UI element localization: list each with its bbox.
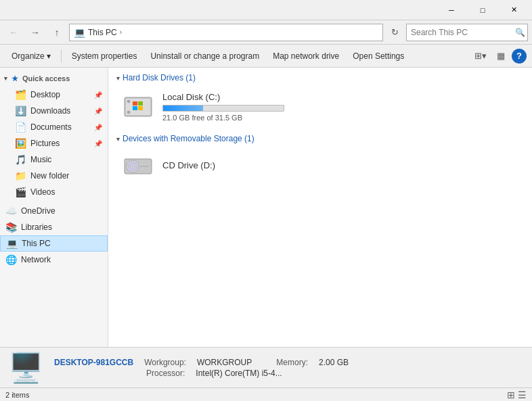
toolbar: Organize ▾ System properties Uninstall o… — [0, 45, 532, 68]
removable-section-title[interactable]: ▾ Devices with Removable Storage (1) — [116, 134, 524, 143]
sidebar-item-label: Libraries — [21, 222, 52, 232]
downloads-icon: ⬇️ — [15, 105, 26, 116]
minimize-button[interactable]: ─ — [436, 0, 467, 20]
up-button[interactable]: ↑ — [47, 24, 66, 41]
pin-icon: 📌 — [94, 140, 102, 147]
sidebar-item-label: Music — [30, 155, 51, 164]
open-settings-button[interactable]: Open Settings — [347, 47, 410, 65]
libraries-icon: 📚 — [5, 222, 17, 233]
sidebar-item-label: Network — [21, 255, 51, 264]
status-bottom: 2 items ⊞ ☰ — [0, 387, 532, 401]
hdd-section-label: Hard Disk Drives (1) — [123, 73, 196, 82]
details-view-icon[interactable]: ☰ — [518, 390, 527, 400]
hdd-icon — [122, 93, 154, 120]
sidebar-item-label: Desktop — [30, 90, 60, 99]
computer-image: 🖥️ — [8, 354, 43, 382]
organize-button[interactable]: Organize ▾ — [5, 47, 57, 65]
path-chevron: › — [120, 28, 122, 36]
svg-point-3 — [127, 111, 130, 114]
quick-access-header[interactable]: ▾ ★ Quick access — [0, 70, 108, 87]
sidebar-item-label: OneDrive — [21, 206, 56, 216]
sidebar-item-label: Pictures — [30, 139, 60, 148]
sidebar-item-label: This PC — [22, 239, 51, 248]
view-button[interactable]: ⊞ ▾ — [471, 47, 490, 65]
network-icon: 🌐 — [5, 254, 17, 265]
sidebar-item-desktop[interactable]: 🗂️ Desktop 📌 — [0, 87, 108, 103]
removable-section-chevron: ▾ — [116, 135, 120, 143]
onedrive-icon: ☁️ — [5, 206, 17, 216]
sidebar-item-onedrive[interactable]: ☁️ OneDrive — [0, 203, 108, 219]
status-row-2: Processor: Intel(R) Core(TM) i5-4... — [54, 369, 349, 378]
search-input[interactable] — [411, 28, 512, 37]
items-count: 2 items — [5, 391, 29, 399]
uninstall-button[interactable]: Uninstall or change a program — [144, 47, 265, 65]
system-properties-button[interactable]: System properties — [66, 47, 143, 65]
main-area: ▾ ★ Quick access 🗂️ Desktop 📌 ⬇️ Downloa… — [0, 68, 532, 347]
close-button[interactable]: ✕ — [498, 0, 529, 20]
disk-progress-fill — [163, 105, 203, 111]
folder-icon: 📁 — [15, 170, 26, 181]
svg-rect-7 — [138, 106, 143, 110]
pin-icon: 📌 — [94, 91, 102, 99]
sidebar-item-thispc[interactable]: 💻 This PC — [0, 235, 108, 252]
processor-value: Intel(R) Core(TM) i5-4... — [196, 369, 282, 378]
cd-icon — [122, 153, 154, 180]
cd-drive-item[interactable]: CD Drive (D:) — [116, 149, 524, 184]
toolbar-separator — [61, 49, 62, 63]
map-network-button[interactable]: Map network drive — [267, 47, 345, 65]
thispc-icon: 💻 — [6, 238, 18, 249]
memory-value: 2.00 GB — [319, 358, 349, 367]
search-box: 🔍 — [406, 24, 528, 41]
content-area: ▾ Hard Disk Drives (1) — [108, 68, 532, 347]
processor-label: Processor: — [146, 369, 185, 378]
pin-icon: 📌 — [94, 108, 102, 115]
status-info: DESKTOP-981GCCB Workgroup: WORKGROUP Mem… — [54, 358, 349, 378]
address-path[interactable]: 💻 This PC › — [69, 24, 383, 41]
quick-access-star-icon: ★ — [12, 74, 18, 83]
sidebar-item-network[interactable]: 🌐 Network — [0, 252, 108, 268]
desktop-icon: 🗂️ — [15, 89, 26, 100]
forward-button[interactable]: → — [26, 24, 45, 41]
sidebar-item-label: Videos — [30, 187, 55, 197]
hdd-section-title[interactable]: ▾ Hard Disk Drives (1) — [116, 73, 524, 82]
svg-point-12 — [132, 166, 134, 168]
local-disk-space: 21.0 GB free of 31.5 GB — [162, 114, 518, 122]
pictures-icon: 🖼️ — [15, 138, 26, 149]
svg-rect-5 — [138, 101, 143, 105]
view-icon: ⊞ — [474, 51, 482, 61]
pane-button[interactable]: ▦ — [491, 47, 510, 65]
svg-rect-6 — [133, 106, 137, 110]
help-button[interactable]: ? — [512, 49, 527, 64]
quick-access-chevron: ▾ — [4, 75, 7, 82]
quick-access-label: Quick access — [22, 74, 70, 82]
sidebar-item-downloads[interactable]: ⬇️ Downloads 📌 — [0, 103, 108, 119]
path-icon: 💻 — [74, 27, 85, 38]
large-icons-view-icon[interactable]: ⊞ — [507, 390, 515, 400]
sidebar-item-libraries[interactable]: 📚 Libraries — [0, 219, 108, 235]
local-disk-item[interactable]: Local Disk (C:) 21.0 GB free of 31.5 GB — [116, 88, 524, 126]
removable-section-label: Devices with Removable Storage (1) — [123, 134, 254, 143]
videos-icon: 🎬 — [15, 187, 26, 197]
computer-name: DESKTOP-981GCCB — [54, 358, 133, 367]
status-row-1: DESKTOP-981GCCB Workgroup: WORKGROUP Mem… — [54, 358, 349, 367]
local-disk-name: Local Disk (C:) — [162, 92, 518, 102]
memory-label: Memory: — [276, 358, 308, 367]
hdd-section-chevron: ▾ — [116, 74, 120, 82]
sidebar-item-videos[interactable]: 🎬 Videos — [0, 184, 108, 200]
refresh-button[interactable]: ↻ — [386, 24, 403, 41]
title-bar: ─ □ ✕ — [0, 0, 532, 20]
sidebar-item-label: Documents — [30, 122, 72, 132]
sidebar-item-documents[interactable]: 📄 Documents 📌 — [0, 119, 108, 135]
sidebar-item-newfolder[interactable]: 📁 New folder — [0, 168, 108, 184]
cd-drive-name: CD Drive (D:) — [162, 160, 518, 170]
path-label: This PC — [88, 28, 117, 37]
workgroup-label: Workgroup: — [144, 358, 186, 367]
address-bar: ← → ↑ 💻 This PC › ↻ 🔍 — [0, 20, 532, 45]
search-icon: 🔍 — [515, 28, 525, 37]
back-button[interactable]: ← — [4, 24, 23, 41]
pane-icon: ▦ — [497, 51, 505, 61]
sidebar-item-music[interactable]: 🎵 Music — [0, 151, 108, 168]
sidebar-item-label: Downloads — [30, 106, 70, 116]
maximize-button[interactable]: □ — [467, 0, 498, 20]
sidebar-item-pictures[interactable]: 🖼️ Pictures 📌 — [0, 135, 108, 151]
